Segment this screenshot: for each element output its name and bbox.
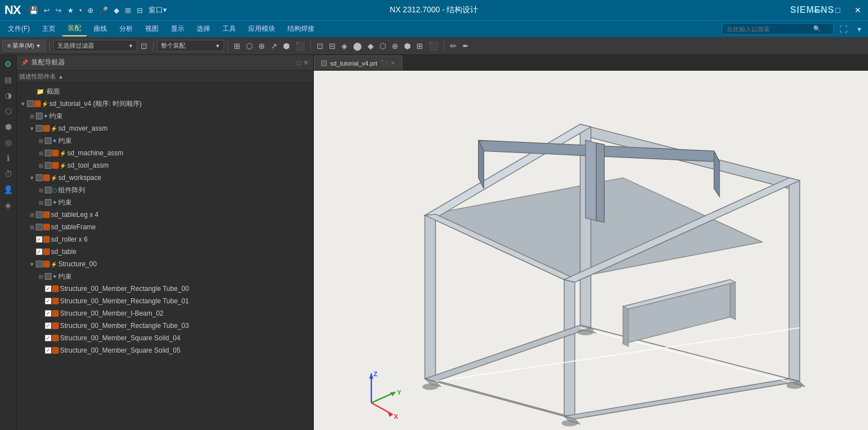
toggle-constraint4[interactable]: ⊞	[37, 272, 45, 280]
tb-icon-9[interactable]: ◈	[339, 40, 350, 52]
sidebar-icon-parts[interactable]: ⬡	[2, 104, 15, 118]
toggle-workspace[interactable]: ▼	[28, 174, 36, 182]
tb-icon-14[interactable]: ⬢	[402, 40, 413, 52]
menu-file[interactable]: 文件(F)	[2, 22, 35, 36]
sidebar-icon-user[interactable]: 👤	[2, 183, 15, 196]
tree-row-constraint4[interactable]: ⊞ ✦ 约束	[17, 270, 313, 283]
menu-apps[interactable]: 应用模块	[243, 22, 281, 36]
tree-row-constraint2[interactable]: ⊞ ✦ 约束	[17, 135, 313, 147]
toggle-structure00[interactable]: ▼	[28, 260, 36, 268]
tree-row-tableleg[interactable]: ⊞ sd_tableLeg x 4	[17, 209, 313, 221]
menu-button[interactable]: ≡ 菜单(M) ▼	[2, 40, 46, 52]
tree-row-constraint1[interactable]: ⊞ ✦ 约束	[17, 110, 313, 122]
tb-icon-8[interactable]: ⊟	[327, 40, 338, 52]
search-box[interactable]: 🔍	[722, 23, 834, 35]
menu-display[interactable]: 显示	[165, 22, 190, 36]
checkbox-roller[interactable]: ✓	[36, 236, 43, 243]
tb-icon-17[interactable]: ✏	[448, 40, 459, 52]
menu-view[interactable]: 视图	[140, 22, 164, 36]
tree-row-ibeam02[interactable]: ✓ Structure_00_Member_I-Beam_02	[17, 307, 313, 320]
checkbox-table[interactable]: ✓	[36, 248, 43, 255]
tree-row-workspace[interactable]: ▼ ⚡ sd_workspace	[17, 172, 313, 184]
maximize-icon[interactable]: ⛶	[835, 25, 852, 34]
tree-row-tool[interactable]: ⊞ ⚡ sd_tool_assm	[17, 159, 313, 172]
tb-icon-2[interactable]: ⬡	[244, 40, 255, 52]
tree-row-rect01[interactable]: ✓ Structure_00_Member_Rectangle Tube_01	[17, 295, 313, 307]
save-icon[interactable]: 💾	[27, 5, 40, 16]
tb-icon-16[interactable]: ⬛	[426, 40, 440, 52]
diamond-icon[interactable]: ◆	[112, 5, 121, 16]
menu-struct-weld[interactable]: 结构焊接	[282, 22, 320, 36]
toggle-machine[interactable]: ⊞	[37, 149, 45, 157]
undo-icon[interactable]: ↩	[42, 5, 52, 16]
tree-row-rect03[interactable]: ✓ Structure_00_Member_Rectangle Tube_03	[17, 320, 313, 332]
toggle-root[interactable]: ▼	[19, 100, 27, 108]
nav-pin-icon[interactable]: 📌	[21, 59, 28, 66]
tree-row-machine[interactable]: ⊞ ⚡ sd_machine_assm	[17, 147, 313, 159]
toggle-array[interactable]: ⊞	[37, 186, 45, 194]
tb-icon-12[interactable]: ⬡	[377, 40, 388, 52]
sidebar-icon-time[interactable]: ⏱	[2, 167, 15, 181]
tree-row-root[interactable]: ▼ ⚡ sd_tutorial_v4 (顺序: 时间顺序)	[17, 98, 313, 110]
sidebar-icon-constraint[interactable]: ◎	[2, 136, 15, 149]
minimize-button[interactable]: —	[807, 0, 828, 20]
assembly-filter-dropdown[interactable]: 整个装配 ▼	[157, 40, 224, 52]
tb-icon-18[interactable]: ✒	[460, 40, 471, 52]
tree-row-roller[interactable]: ✓ sd_roller x 6	[17, 233, 313, 246]
tb-icon-10[interactable]: ⬤	[351, 40, 364, 52]
toggle-tool[interactable]: ⊞	[37, 161, 45, 169]
window-menu[interactable]: 窗口▾	[147, 4, 169, 16]
tree-row-constraint3[interactable]: ⊞ ✦ 约束	[17, 196, 313, 209]
menu-select[interactable]: 选择	[191, 22, 216, 36]
toggle-mover[interactable]: ▼	[28, 124, 36, 132]
tab-close-button[interactable]: ✕	[391, 60, 395, 66]
menu-analysis[interactable]: 分析	[114, 22, 138, 36]
checkbox-rect03[interactable]: ✓	[45, 322, 52, 329]
tb-icon-6[interactable]: ⬛	[293, 40, 307, 52]
tree-row-mover[interactable]: ▼ ⚡ sd_mover_assm	[17, 122, 313, 135]
sidebar-icon-shape[interactable]: ◈	[2, 198, 15, 212]
nav-maximize-button[interactable]: □	[297, 59, 301, 67]
viewport[interactable]: sd_tutorial_v4.prt ⬛ ✕	[314, 55, 868, 430]
tb-icon-4[interactable]: ↗	[268, 40, 280, 52]
tree-row-tableframe[interactable]: ⊞ sd_tableFrame	[17, 221, 313, 233]
tree-row-table[interactable]: ✓ sd_table	[17, 246, 313, 258]
nav-close-button[interactable]: ✕	[303, 59, 309, 67]
sidebar-icon-layers[interactable]: ▤	[2, 73, 15, 86]
tb-icon-3[interactable]: ⊕	[256, 40, 267, 52]
search-input[interactable]	[727, 26, 811, 33]
filter-dropdown[interactable]: 无选择过滤器 ▼	[53, 40, 137, 52]
tb-icon-13[interactable]: ⊕	[389, 40, 401, 52]
redo-icon[interactable]: ↪	[54, 5, 63, 16]
toggle-section[interactable]	[28, 87, 36, 95]
checkbox-square04[interactable]: ✓	[45, 335, 52, 341]
sidebar-icon-3d[interactable]: ⬢	[2, 120, 15, 133]
tab-main[interactable]: sd_tutorial_v4.prt ⬛ ✕	[314, 56, 402, 70]
sidebar-icon-settings[interactable]: ⚙	[2, 57, 15, 71]
star-icon[interactable]: ★	[66, 5, 76, 16]
rec-icon[interactable]: ⊕	[86, 5, 95, 16]
filter-icon[interactable]: ⊡	[138, 40, 150, 52]
menu-curve[interactable]: 曲线	[88, 22, 113, 36]
grid1-icon[interactable]: ⊞	[123, 5, 133, 16]
search-icon[interactable]: 🔍	[813, 25, 821, 33]
menu-tools[interactable]: 工具	[217, 22, 242, 36]
checkbox-rect01[interactable]: ✓	[45, 298, 52, 304]
sidebar-icon-history[interactable]: ◑	[2, 89, 15, 102]
menu-assembly[interactable]: 装配	[62, 21, 87, 36]
toggle-constraint2[interactable]: ⊞	[37, 137, 45, 145]
menu-home[interactable]: 主页	[36, 22, 61, 36]
toggle-constraint3[interactable]: ⊞	[37, 198, 45, 206]
checkbox-square05[interactable]: ✓	[45, 347, 52, 354]
dot-icon[interactable]: •	[78, 5, 84, 16]
tb-icon-11[interactable]: ◆	[365, 40, 376, 52]
tb-icon-15[interactable]: ⊞	[414, 40, 425, 52]
tb-icon-1[interactable]: ⊞	[231, 40, 243, 52]
tb-icon-7[interactable]: ⊡	[314, 40, 326, 52]
mic-icon[interactable]: 🎤	[98, 5, 110, 16]
tree-row-rect00[interactable]: ✓ Structure_00_Member_Rectangle Tube_00	[17, 283, 313, 295]
tree-row-square04[interactable]: ✓ Structure_00_Member_Square Solid_04	[17, 332, 313, 344]
column-header[interactable]: 描述性部件名 ▲	[17, 71, 313, 83]
toggle-constraint1[interactable]: ⊞	[28, 112, 36, 120]
grid2-icon[interactable]: ⊟	[135, 5, 145, 16]
